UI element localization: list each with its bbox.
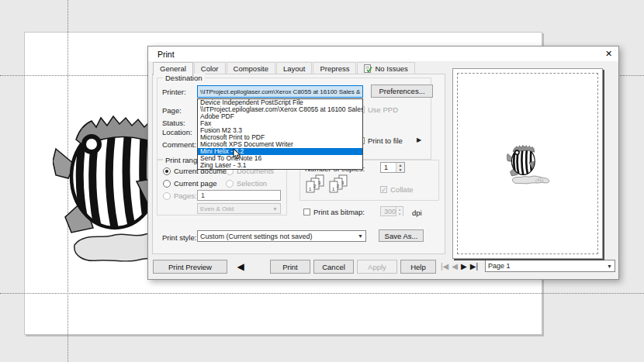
print-button[interactable]: Print	[270, 260, 310, 274]
tab-no-issues[interactable]: No Issues	[357, 62, 414, 74]
first-page-icon[interactable]: |◀	[441, 262, 448, 271]
print-dialog: Print ✕ General Color Composite Layout P…	[147, 46, 619, 280]
tab-bar: General Color Composite Layout Prepress …	[153, 62, 416, 74]
chevron-down-icon: ▼	[604, 264, 615, 269]
print-to-file-options-arrow-icon[interactable]: ▶	[417, 136, 421, 143]
collapse-preview-button[interactable]: ◀	[234, 260, 248, 274]
next-page-icon[interactable]: ▶	[461, 262, 467, 271]
printer-option[interactable]: Send To OneNote 16	[198, 155, 362, 162]
printer-option[interactable]: Device Independent PostScript File	[198, 99, 362, 106]
printer-option[interactable]: Fusion M2 3.3	[198, 127, 362, 134]
print-preview-page	[452, 68, 603, 259]
current-page-radio[interactable]: Current page	[163, 179, 216, 188]
use-ppd-checkbox[interactable]: Use PPD	[358, 105, 398, 114]
preview-fish-artwork	[507, 143, 550, 185]
tab-general[interactable]: General	[153, 62, 193, 75]
bitmap-dpi-stepper[interactable]: 300 ▲ ▼	[380, 206, 403, 216]
dialog-titlebar[interactable]: Print ✕	[148, 47, 618, 61]
guideline-horizontal-bottom[interactable]	[0, 293, 644, 294]
printer-option-selected[interactable]: Mini Helix - 3.2	[198, 148, 362, 155]
tab-color[interactable]: Color	[194, 62, 226, 74]
print-style-label: Print style:	[162, 233, 196, 242]
chevron-down-icon: ▼	[270, 206, 280, 212]
printer-combobox[interactable]: \\ITProject.epiloglaser.com\Xerox C8055 …	[197, 85, 363, 98]
pages-radio[interactable]: Pages:	[163, 191, 197, 200]
spin-down-icon: ▼	[396, 212, 403, 216]
radio-icon	[163, 180, 171, 188]
printer-option[interactable]: \\ITProject.epiloglaser.com\Xerox C8055 …	[198, 106, 362, 113]
chevron-down-icon: ▼	[355, 233, 365, 239]
print-to-file-checkbox[interactable]: Print to file	[358, 136, 403, 145]
page-label: Page:	[162, 106, 182, 115]
checkbox-icon	[303, 209, 310, 215]
radio-icon	[163, 192, 171, 200]
status-label: Status:	[162, 119, 185, 127]
save-as-button[interactable]: Save As...	[379, 229, 424, 242]
printer-option[interactable]: Microsoft XPS Document Writer	[198, 141, 362, 148]
printer-option[interactable]: Microsoft Print to PDF	[198, 134, 362, 141]
printer-dropdown-list: Device Independent PostScript File \\ITP…	[197, 98, 363, 170]
back-arrow-icon: ◀	[237, 261, 244, 272]
selection-radio[interactable]: Selection	[226, 179, 267, 188]
apply-button[interactable]: Apply	[357, 260, 397, 274]
spin-down-icon[interactable]: ▼	[396, 167, 404, 172]
printer-option[interactable]: Adobe PDF	[198, 113, 362, 120]
printer-label: Printer:	[162, 88, 186, 96]
preferences-button[interactable]: Preferences...	[371, 84, 433, 98]
app-canvas: { "dialog": { "title": "Print", "tabs": …	[0, 0, 644, 362]
close-icon[interactable]: ✕	[603, 48, 615, 60]
printer-option[interactable]: Fax	[198, 120, 362, 127]
pages-input[interactable]: 1	[197, 190, 281, 201]
print-as-bitmap-checkbox[interactable]: Print as bitmap:	[303, 208, 365, 216]
tab-prepress[interactable]: Prepress	[313, 62, 356, 74]
radio-icon	[163, 167, 171, 175]
tab-composite[interactable]: Composite	[227, 62, 275, 74]
cancel-button[interactable]: Cancel	[313, 260, 354, 274]
dpi-label: dpi	[412, 209, 422, 217]
last-page-icon[interactable]: ▶|	[470, 262, 478, 271]
no-issues-icon	[364, 64, 372, 73]
dialog-title: Print	[158, 50, 175, 59]
radio-icon	[226, 180, 234, 188]
tab-layout[interactable]: Layout	[276, 62, 313, 74]
comment-label: Comment:	[162, 140, 196, 149]
location-label: Location:	[162, 128, 192, 136]
print-preview-button[interactable]: Print Preview	[153, 260, 227, 274]
page-select-combobox[interactable]: Page 1 ▼	[485, 260, 615, 272]
previous-page-icon[interactable]: ◀	[452, 262, 458, 271]
even-odd-combobox[interactable]: Even & Odd ▼	[197, 203, 281, 214]
page-navigation: |◀ ◀ ▶ ▶|	[441, 262, 478, 271]
help-button[interactable]: Help	[400, 260, 436, 274]
printer-option[interactable]: Zing Laser - 3.1	[198, 162, 362, 169]
print-style-combobox[interactable]: Custom (Current settings not saved) ▼	[197, 230, 366, 242]
copies-stepper[interactable]: 1 ▲ ▼	[380, 162, 405, 173]
checkbox-check-icon: ✓	[380, 186, 387, 193]
mouse-cursor	[233, 149, 241, 160]
collate-checkbox[interactable]: ✓ Collate	[380, 185, 414, 194]
collate-pages-icon: 123 123	[305, 174, 348, 196]
